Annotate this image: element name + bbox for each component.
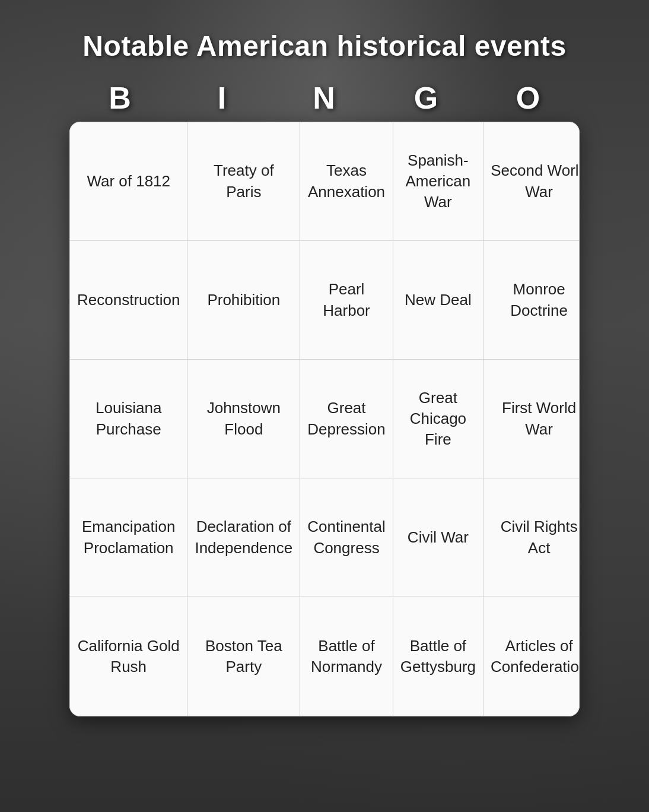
bingo-cell-11[interactable]: Johnstown Flood: [187, 360, 300, 478]
bingo-cell-4[interactable]: Second World War: [483, 122, 580, 241]
bingo-cell-0[interactable]: War of 1812: [70, 122, 187, 241]
bingo-letter-N: N: [277, 80, 372, 116]
bingo-cell-15[interactable]: Emancipation Proclamation: [70, 478, 187, 597]
bingo-cell-3[interactable]: Spanish-American War: [393, 122, 483, 241]
bingo-grid: War of 1812Treaty of ParisTexas Annexati…: [69, 122, 580, 716]
bingo-cell-16[interactable]: Declaration of Independence: [187, 478, 300, 597]
bingo-letter-I: I: [175, 80, 270, 116]
bingo-cell-8[interactable]: New Deal: [393, 241, 483, 360]
bingo-cell-18[interactable]: Civil War: [393, 478, 483, 597]
bingo-cell-17[interactable]: Continental Congress: [300, 478, 393, 597]
bingo-cell-2[interactable]: Texas Annexation: [300, 122, 393, 241]
bingo-cell-19[interactable]: Civil Rights Act: [483, 478, 580, 597]
bingo-cell-23[interactable]: Battle of Gettysburg: [393, 597, 483, 716]
bingo-cell-12[interactable]: Great Depression: [300, 360, 393, 478]
bingo-letter-G: G: [379, 80, 474, 116]
bingo-cell-6[interactable]: Prohibition: [187, 241, 300, 360]
bingo-cell-24[interactable]: Articles of Confederation: [483, 597, 580, 716]
page-title: Notable American historical events: [82, 30, 567, 62]
bingo-header: BINGO: [69, 80, 580, 116]
bingo-cell-9[interactable]: Monroe Doctrine: [483, 241, 580, 360]
bingo-cell-1[interactable]: Treaty of Paris: [187, 122, 300, 241]
bingo-cell-13[interactable]: Great Chicago Fire: [393, 360, 483, 478]
bingo-card: War of 1812Treaty of ParisTexas Annexati…: [69, 122, 580, 716]
bingo-cell-22[interactable]: Battle of Normandy: [300, 597, 393, 716]
bingo-cell-10[interactable]: Louisiana Purchase: [70, 360, 187, 478]
page-container: Notable American historical events BINGO…: [0, 0, 649, 752]
bingo-cell-7[interactable]: Pearl Harbor: [300, 241, 393, 360]
bingo-cell-20[interactable]: California Gold Rush: [70, 597, 187, 716]
bingo-letter-O: O: [481, 80, 576, 116]
bingo-cell-14[interactable]: First World War: [483, 360, 580, 478]
bingo-letter-B: B: [73, 80, 168, 116]
bingo-cell-5[interactable]: Reconstruction: [70, 241, 187, 360]
bingo-cell-21[interactable]: Boston Tea Party: [187, 597, 300, 716]
